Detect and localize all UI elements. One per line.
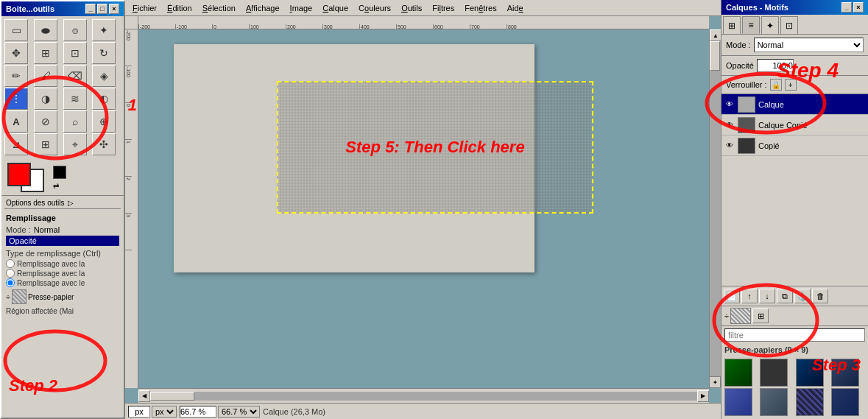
motif-8[interactable]: [831, 388, 859, 416]
menu-fichier[interactable]: Fichier: [128, 2, 161, 14]
presse-label: Presse-papiers (9 × 9): [721, 344, 868, 356]
pattern-inner: ÷ Presse-papier: [6, 289, 74, 304]
menu-selection[interactable]: Sélection: [198, 2, 240, 14]
tab-channels[interactable]: ≡: [742, 16, 760, 34]
radio-pattern[interactable]: [6, 278, 15, 287]
crop-tool[interactable]: ⊡: [63, 42, 87, 64]
motif-7[interactable]: [796, 388, 824, 416]
toolbar-title: Boite...outils _ □ ×: [1, 1, 124, 16]
options-tab-label[interactable]: Options des outils: [6, 199, 65, 207]
motif-5[interactable]: [724, 388, 752, 416]
airbrush-tool[interactable]: ◈: [92, 65, 116, 87]
scroll-v-thumb[interactable]: [710, 41, 720, 71]
maximize-button[interactable]: □: [97, 4, 107, 14]
scrollbar-horizontal[interactable]: ◀ ▶: [138, 388, 709, 403]
motif-2[interactable]: [760, 359, 788, 387]
scroll-h-track[interactable]: [150, 392, 697, 401]
fill-tool[interactable]: ⋮: [4, 88, 28, 110]
scroll-right-button[interactable]: ▶: [697, 390, 709, 402]
unit-input[interactable]: [128, 406, 150, 418]
dodge-tool[interactable]: ◐: [92, 88, 116, 110]
color-boxes[interactable]: [7, 163, 44, 192]
lower-layer-button[interactable]: ↓: [759, 289, 775, 303]
menu-image[interactable]: Image: [286, 2, 317, 14]
layer-name-calque: Calque: [758, 100, 865, 109]
menu-calque[interactable]: Calque: [318, 2, 353, 14]
canvas-viewport[interactable]: Step 5: Then Click here: [152, 29, 709, 388]
radio-bg[interactable]: [6, 269, 15, 278]
ellipse-select-tool[interactable]: ⬬: [34, 19, 57, 41]
menu-edition[interactable]: Édition: [163, 2, 197, 14]
tab-patterns[interactable]: ✦: [761, 16, 779, 34]
unit-dropdown[interactable]: px: [152, 406, 177, 418]
panel-minimize[interactable]: _: [841, 2, 852, 13]
tab-layers[interactable]: ⊞: [723, 16, 741, 34]
layer-eye-copie2[interactable]: 👁: [724, 141, 735, 151]
delete-layer-button[interactable]: 🗑: [812, 289, 828, 303]
layer-thumb-copie2: [738, 138, 755, 154]
panel-mode-select[interactable]: Normal: [754, 38, 864, 52]
menu-fenetres[interactable]: Fenêtres: [460, 2, 501, 14]
smudge-tool[interactable]: ≋: [63, 88, 87, 110]
rt-100: -100: [175, 24, 212, 29]
fuzzy-select-tool[interactable]: ✦: [92, 19, 116, 41]
scrollbar-vertical[interactable]: ▲ ▼: [709, 29, 721, 388]
menu-affichage[interactable]: Affichage: [241, 2, 284, 14]
panel-close[interactable]: ×: [853, 2, 864, 13]
blend-tool[interactable]: ◑: [34, 88, 57, 110]
raise-layer-button[interactable]: ↑: [741, 289, 758, 303]
move-tool[interactable]: ✥: [4, 42, 28, 64]
new-layer-button[interactable]: 📄: [724, 289, 740, 303]
filter-input[interactable]: [724, 328, 865, 342]
color-extras: ⇄: [53, 166, 66, 190]
clone-tool[interactable]: ⌖: [63, 133, 87, 155]
eyedrop-tool[interactable]: ⌕: [63, 110, 87, 133]
menu-aide[interactable]: Aide: [503, 2, 528, 14]
selection-rect[interactable]: Step 5: Then Click here: [277, 81, 593, 214]
path-tool[interactable]: ⊿: [4, 133, 28, 155]
scroll-v-track[interactable]: [710, 41, 721, 376]
minimize-button[interactable]: _: [85, 4, 96, 14]
layer-item-copie2[interactable]: 👁 Copié: [721, 135, 868, 156]
layer-item-calque[interactable]: 👁 Calque: [721, 94, 868, 115]
scroll-left-button[interactable]: ◀: [138, 390, 150, 402]
magnify-tool[interactable]: ⊕: [92, 110, 116, 133]
menu-filtres[interactable]: Filtres: [428, 2, 459, 14]
motif-1[interactable]: [724, 359, 752, 387]
swap-colors[interactable]: ⇄: [53, 182, 66, 190]
motifs-preview-small[interactable]: [730, 308, 751, 324]
radio-fg[interactable]: [6, 259, 15, 268]
zoom-dropdown[interactable]: 66.7 %: [218, 406, 260, 418]
anchor-layer-button[interactable]: ⚓: [794, 289, 811, 303]
eraser-tool[interactable]: ⌫: [63, 65, 87, 87]
menu-couleurs[interactable]: Couleurs: [354, 2, 395, 14]
scroll-h-thumb[interactable]: [150, 392, 194, 401]
expand-corner[interactable]: ✦: [709, 376, 721, 388]
duplicate-layer-button[interactable]: ⧉: [777, 289, 793, 303]
close-button[interactable]: ×: [109, 4, 119, 14]
rotate-tool[interactable]: ↻: [92, 42, 116, 64]
pattern-preview[interactable]: [12, 289, 27, 304]
layer-eye-copie1[interactable]: 👁: [724, 120, 735, 130]
zoom-input[interactable]: [180, 406, 216, 418]
menu-outils[interactable]: Outils: [397, 2, 426, 14]
scroll-up-button[interactable]: ▲: [710, 29, 721, 41]
panel-bottom-toolbar: 📄 ↑ ↓ ⧉ ⚓ 🗑: [721, 286, 868, 306]
heal-tool[interactable]: ✣: [92, 133, 116, 155]
canvas-document[interactable]: Step 5: Then Click here: [174, 44, 534, 272]
align-tool[interactable]: ⊞: [34, 42, 57, 64]
tab-extra[interactable]: ⊡: [780, 16, 798, 34]
layer-item-copie1[interactable]: 👁 Calque Copié: [721, 115, 868, 135]
step4-annotation: Step 4: [777, 59, 839, 82]
free-select-tool[interactable]: ⌾: [63, 19, 87, 41]
foreground-color-box[interactable]: [7, 163, 31, 186]
rect-select-tool[interactable]: ▭: [4, 19, 28, 41]
text-tool[interactable]: A: [4, 110, 28, 133]
brush-tool[interactable]: 🖌: [34, 65, 57, 87]
motif-6[interactable]: [760, 388, 788, 416]
motifs-expand[interactable]: ⊞: [752, 309, 769, 323]
transform-tool[interactable]: ⊞: [34, 133, 57, 155]
measure-tool[interactable]: ⊘: [34, 110, 57, 133]
layer-eye-calque[interactable]: 👁: [724, 99, 735, 110]
pencil-tool[interactable]: ✏: [4, 65, 28, 87]
